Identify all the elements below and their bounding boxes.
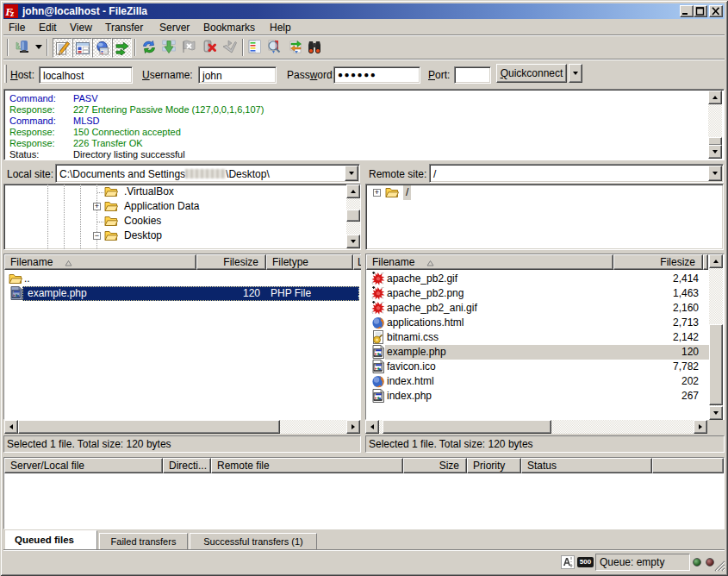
svg-text:z: z <box>9 9 14 18</box>
